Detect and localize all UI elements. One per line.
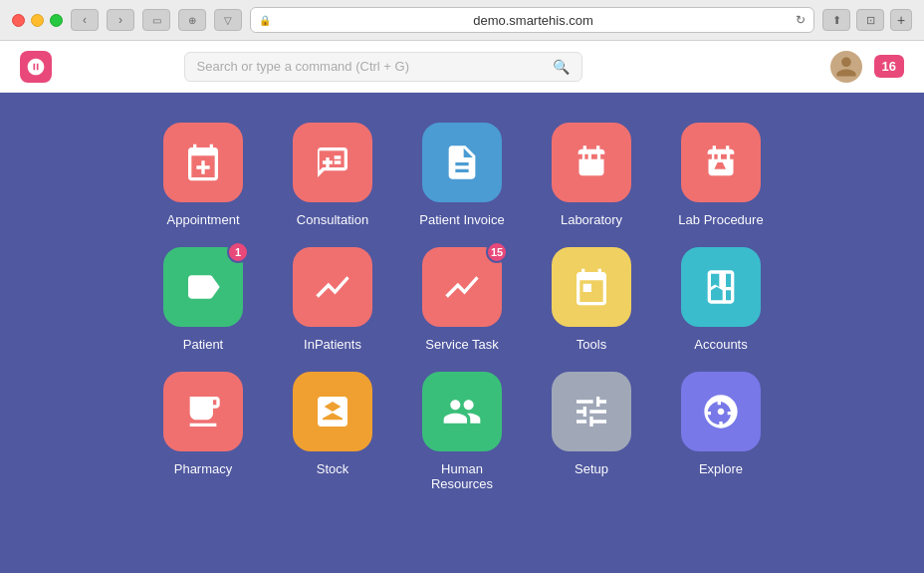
app-pharmacy[interactable]: Pharmacy	[153, 372, 253, 491]
pharmacy-label: Pharmacy	[174, 461, 233, 476]
app-explore[interactable]: Explore	[671, 372, 771, 491]
patient-invoice-label: Patient Invoice	[419, 212, 504, 227]
patient-invoice-icon	[422, 123, 502, 202]
share-button[interactable]: ⬆	[822, 9, 850, 31]
tools-icon	[552, 247, 631, 327]
app-lab-procedure[interactable]: Lab Procedure	[671, 123, 771, 227]
apps-grid: Appointment Consultation Patient Invoice…	[60, 123, 864, 491]
tools-label: Tools	[577, 337, 606, 352]
new-tab-button[interactable]: +	[890, 9, 912, 31]
consultation-label: Consultation	[297, 212, 368, 227]
laboratory-icon	[552, 123, 631, 202]
app-consultation[interactable]: Consultation	[283, 123, 382, 227]
search-bar[interactable]: Search or type a command (Ctrl + G) 🔍	[184, 52, 582, 82]
app-logo[interactable]	[20, 51, 52, 83]
explore-icon	[681, 372, 761, 451]
consultation-icon	[293, 123, 372, 202]
service-task-badge: 15	[486, 241, 508, 263]
pharmacy-icon	[163, 372, 243, 451]
traffic-lights	[12, 14, 63, 27]
forward-button[interactable]: ›	[107, 9, 134, 31]
stock-icon	[293, 372, 372, 451]
setup-label: Setup	[575, 461, 608, 476]
apps-row-3: Pharmacy Stock Human Resources Setup	[60, 372, 864, 491]
lock-icon: 🔒	[259, 15, 271, 26]
stock-label: Stock	[317, 461, 349, 476]
address-bar[interactable]: 🔒 demo.smartehis.com ↻	[250, 7, 814, 33]
bookmarks-button[interactable]: ⊕	[178, 9, 206, 31]
setup-icon	[552, 372, 631, 451]
back-button[interactable]: ‹	[71, 9, 99, 31]
app-human-resources[interactable]: Human Resources	[412, 372, 512, 491]
accounts-icon	[681, 247, 761, 327]
downloads-button[interactable]: ▽	[214, 9, 242, 31]
lab-procedure-icon	[681, 123, 761, 202]
inpatients-icon	[293, 247, 372, 327]
app-patient-invoice[interactable]: Patient Invoice	[412, 123, 512, 227]
laboratory-label: Laboratory	[561, 212, 622, 227]
app-accounts[interactable]: Accounts	[671, 247, 771, 352]
app-tools[interactable]: Tools	[542, 247, 641, 352]
lab-procedure-label: Lab Procedure	[678, 212, 763, 227]
main-content: Appointment Consultation Patient Invoice…	[0, 93, 924, 573]
fullscreen-button[interactable]: ⊡	[856, 9, 884, 31]
tab-view-button[interactable]: ▭	[142, 9, 170, 31]
avatar[interactable]	[830, 51, 862, 83]
app-laboratory[interactable]: Laboratory	[542, 123, 641, 227]
browser-actions: ⬆ ⊡ +	[822, 9, 912, 31]
navbar-right: 16	[830, 51, 904, 83]
accounts-label: Accounts	[694, 337, 747, 352]
patient-label: Patient	[183, 337, 223, 352]
inpatients-label: InPatients	[304, 337, 361, 352]
search-placeholder: Search or type a command (Ctrl + G)	[197, 59, 545, 74]
appointment-icon	[163, 123, 243, 202]
app-inpatients[interactable]: InPatients	[283, 247, 382, 352]
app-service-task[interactable]: 15 Service Task	[412, 247, 512, 352]
patient-icon: 1	[163, 247, 243, 327]
app-appointment[interactable]: Appointment	[153, 123, 253, 227]
appointment-label: Appointment	[167, 212, 240, 227]
human-resources-icon	[422, 372, 502, 451]
refresh-button[interactable]: ↻	[796, 13, 806, 27]
notification-badge[interactable]: 16	[874, 55, 904, 78]
title-bar: ‹ › ▭ ⊕ ▽ 🔒 demo.smartehis.com ↻ ⬆ ⊡ +	[0, 0, 924, 40]
explore-label: Explore	[699, 461, 743, 476]
patient-badge: 1	[227, 241, 249, 263]
apps-row-1: Appointment Consultation Patient Invoice…	[60, 123, 864, 227]
search-icon[interactable]: 🔍	[553, 59, 570, 75]
minimize-button[interactable]	[31, 14, 44, 27]
close-button[interactable]	[12, 14, 25, 27]
app-stock[interactable]: Stock	[283, 372, 382, 491]
app-patient[interactable]: 1 Patient	[153, 247, 253, 352]
human-resources-label: Human Resources	[412, 461, 512, 491]
browser-chrome: ‹ › ▭ ⊕ ▽ 🔒 demo.smartehis.com ↻ ⬆ ⊡ +	[0, 0, 924, 41]
app-setup[interactable]: Setup	[542, 372, 641, 491]
service-task-icon: 15	[422, 247, 502, 327]
app-navbar: Search or type a command (Ctrl + G) 🔍 16	[0, 41, 924, 93]
maximize-button[interactable]	[50, 14, 63, 27]
apps-row-2: 1 Patient InPatients 15 Service Task	[60, 247, 864, 352]
url-text: demo.smartehis.com	[277, 13, 790, 28]
service-task-label: Service Task	[425, 337, 498, 352]
